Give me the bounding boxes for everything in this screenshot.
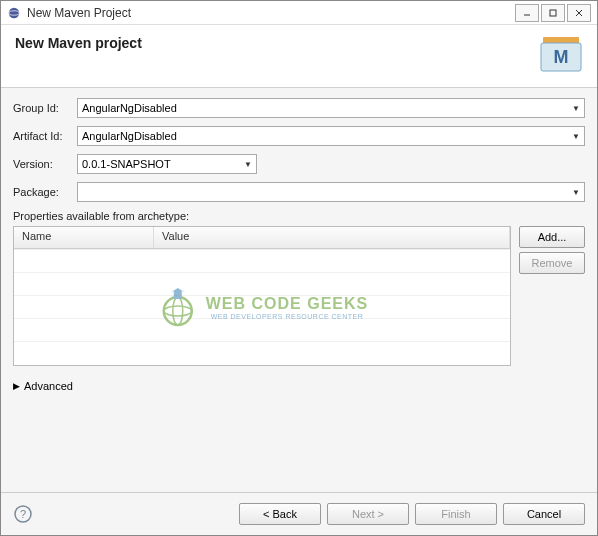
dialog-header: New Maven project M xyxy=(1,25,597,88)
package-field[interactable]: ▼ xyxy=(77,182,585,202)
advanced-toggle[interactable]: ▶ Advanced xyxy=(13,380,585,392)
next-button[interactable]: Next > xyxy=(327,503,409,525)
artifact-id-label: Artifact Id: xyxy=(13,130,77,142)
window-controls xyxy=(513,4,591,22)
group-id-input[interactable] xyxy=(82,102,568,114)
page-title: New Maven project xyxy=(15,35,142,51)
package-input[interactable] xyxy=(82,186,568,198)
properties-table[interactable]: Name Value xyxy=(13,226,511,366)
dropdown-arrow-icon[interactable]: ▼ xyxy=(568,188,580,197)
advanced-label: Advanced xyxy=(24,380,73,392)
help-icon[interactable]: ? xyxy=(13,504,33,524)
column-header-name[interactable]: Name xyxy=(14,227,154,248)
package-row: Package: ▼ xyxy=(13,182,585,202)
maximize-button[interactable] xyxy=(541,4,565,22)
form-area: Group Id: ▼ Artifact Id: ▼ Version: ▼ Pa… xyxy=(1,88,597,492)
properties-label: Properties available from archetype: xyxy=(13,210,585,222)
add-button[interactable]: Add... xyxy=(519,226,585,248)
cancel-button[interactable]: Cancel xyxy=(503,503,585,525)
group-id-row: Group Id: ▼ xyxy=(13,98,585,118)
eclipse-icon xyxy=(7,6,21,20)
properties-buttons: Add... Remove xyxy=(519,226,585,366)
version-field[interactable]: ▼ xyxy=(77,154,257,174)
remove-button[interactable]: Remove xyxy=(519,252,585,274)
window-title: New Maven Project xyxy=(27,6,513,20)
footer-buttons: < Back Next > Finish Cancel xyxy=(239,503,585,525)
dropdown-arrow-icon[interactable]: ▼ xyxy=(568,132,580,141)
dropdown-arrow-icon[interactable]: ▼ xyxy=(240,160,252,169)
group-id-field[interactable]: ▼ xyxy=(77,98,585,118)
table-body: WEB CODE GEEKS WEB DEVELOPERS RESOURCE C… xyxy=(14,249,510,365)
artifact-id-field[interactable]: ▼ xyxy=(77,126,585,146)
close-button[interactable] xyxy=(567,4,591,22)
dropdown-arrow-icon[interactable]: ▼ xyxy=(568,104,580,113)
artifact-id-input[interactable] xyxy=(82,130,568,142)
properties-area: Name Value xyxy=(13,226,585,366)
maven-icon: M xyxy=(539,35,583,73)
dialog-window: New Maven Project New Maven project M Gr… xyxy=(0,0,598,536)
package-label: Package: xyxy=(13,186,77,198)
artifact-id-row: Artifact Id: ▼ xyxy=(13,126,585,146)
svg-point-0 xyxy=(9,7,20,18)
dialog-footer: ? < Back Next > Finish Cancel xyxy=(1,492,597,535)
column-header-value[interactable]: Value xyxy=(154,227,510,248)
back-button[interactable]: < Back xyxy=(239,503,321,525)
finish-button[interactable]: Finish xyxy=(415,503,497,525)
version-row: Version: ▼ xyxy=(13,154,585,174)
expand-arrow-icon: ▶ xyxy=(13,381,20,391)
svg-rect-3 xyxy=(550,10,556,16)
group-id-label: Group Id: xyxy=(13,102,77,114)
minimize-button[interactable] xyxy=(515,4,539,22)
titlebar: New Maven Project xyxy=(1,1,597,25)
svg-text:?: ? xyxy=(20,508,26,520)
version-label: Version: xyxy=(13,158,77,170)
svg-text:M: M xyxy=(554,47,569,67)
version-input[interactable] xyxy=(82,158,240,170)
table-header: Name Value xyxy=(14,227,510,249)
